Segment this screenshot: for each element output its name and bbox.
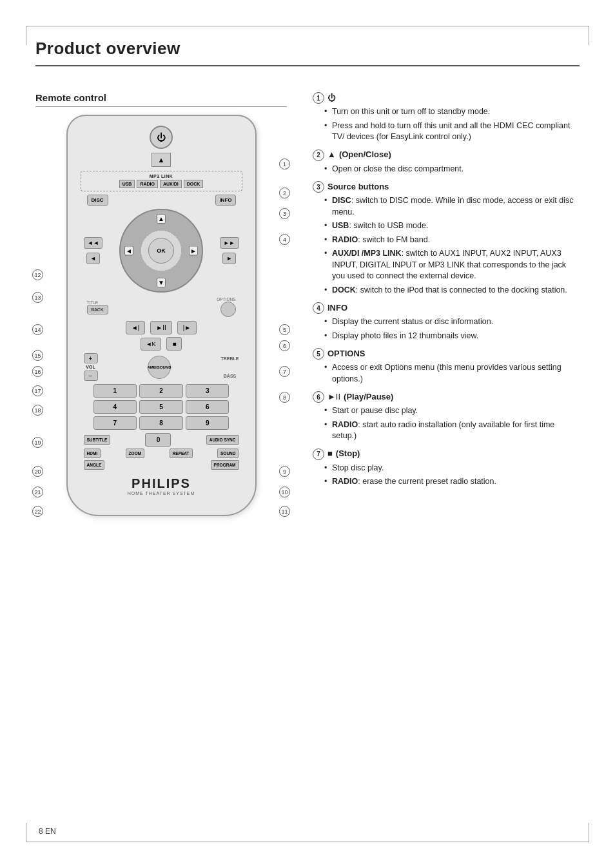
entry-4-num: 4	[313, 302, 324, 314]
entry-6-header: 6 ►II (Play/Pause)	[313, 391, 580, 403]
back-button[interactable]: BACK	[87, 305, 108, 314]
nav-right-button[interactable]: ►	[189, 246, 198, 256]
entry-4-title: INFO	[327, 303, 347, 313]
entry-1-bullet-2: Press and hold to turn off this unit and…	[324, 121, 580, 143]
border-right-top	[589, 26, 589, 45]
disc-info-row: DISC INFO	[81, 195, 242, 206]
previous-button[interactable]: ◄|	[126, 321, 146, 334]
num7-button[interactable]: 7	[93, 416, 137, 430]
nav-down-button[interactable]: ▼	[157, 278, 166, 287]
num5-button[interactable]: 5	[139, 400, 183, 414]
entry-7-header: 7 ■ (Stop)	[313, 448, 580, 460]
bass-label: BASS	[224, 374, 236, 378]
num9-button[interactable]: 9	[186, 416, 229, 430]
auxdi-button[interactable]: AUX/DI	[160, 180, 182, 188]
vol-label: VOL	[86, 365, 95, 369]
repeat-button[interactable]: REPEAT	[170, 448, 193, 458]
callout-6: 6	[279, 340, 290, 351]
callout-14: 14	[32, 324, 43, 335]
callout-9: 9	[279, 466, 290, 477]
callout-3: 3	[279, 208, 290, 219]
ambisound-button[interactable]: AMBISOUND	[148, 356, 171, 379]
brand-name: PHILIPS	[81, 476, 242, 491]
disc-button[interactable]: DISC	[87, 195, 108, 206]
numpad: 1 2 3 4 5 6 7 8 9	[93, 384, 229, 430]
entry-7-num: 7	[313, 448, 324, 460]
angle-row: ANGLE PROGRAM	[84, 460, 239, 470]
num6-button[interactable]: 6	[186, 400, 229, 414]
entry-3-bullet-4: AUX/DI /MP3 LINK: switch to AUX1 INPUT, …	[324, 248, 580, 282]
rewind-button[interactable]: ◄◄	[84, 237, 103, 249]
callout-19: 19	[32, 437, 43, 448]
right-column: 1 ⏻ Turn on this unit or turn off to sta…	[306, 92, 580, 516]
entry-6: 6 ►II (Play/Pause) Start or pause disc p…	[313, 391, 580, 442]
page-footer: 8 EN	[39, 827, 56, 836]
nav-up-button[interactable]: ▲	[157, 214, 166, 224]
options-button[interactable]	[220, 302, 236, 317]
playback-row: ◄| ►II |►	[81, 321, 242, 334]
navigation-ring: ▲ ▼ ◄ ► OK	[119, 209, 203, 293]
options-label: OPTIONS	[217, 297, 235, 302]
num8-button[interactable]: 8	[139, 416, 183, 430]
callout-10: 10	[279, 487, 290, 497]
treble-label: TREBLE	[221, 356, 239, 361]
num0-button[interactable]: 0	[145, 433, 171, 447]
num2-button[interactable]: 2	[139, 384, 183, 398]
play-pause-button[interactable]: ►II	[150, 321, 171, 334]
sound-button[interactable]: SOUND	[217, 448, 239, 458]
vol-minus-button[interactable]: −	[84, 371, 98, 381]
entry-1-icon: ⏻	[327, 93, 336, 102]
entry-1-header: 1 ⏻	[313, 92, 580, 104]
entry-4-list: Display the current status or disc infor…	[313, 316, 580, 342]
radio-button[interactable]: RADIO	[137, 180, 158, 188]
right-button[interactable]: ►	[222, 253, 236, 264]
zoom-button[interactable]: ZOOM	[126, 448, 145, 458]
callout-7: 7	[279, 366, 290, 377]
angle-button[interactable]: ANGLE	[84, 460, 105, 470]
entry-3-list: DISC: switch to DISC mode. While in disc…	[313, 195, 580, 296]
stop-button[interactable]: ■	[166, 337, 182, 351]
treble-bass-block: TREBLE BASS	[221, 356, 239, 378]
callout-16: 16	[32, 366, 43, 377]
callout-13: 13	[32, 292, 43, 303]
entry-3-bullet-5: DOCK: switch to the iPod that is connect…	[324, 285, 580, 296]
callout-20: 20	[32, 466, 43, 477]
fast-forward-button[interactable]: ►►	[220, 237, 239, 249]
entry-4: 4 INFO Display the current status or dis…	[313, 302, 580, 342]
entry-5: 5 OPTIONS Access or exit Options menu (t…	[313, 348, 580, 385]
entry-6-num: 6	[313, 391, 324, 403]
subtitle-button[interactable]: SUBTITLE	[84, 435, 111, 445]
ok-button[interactable]: OK	[148, 238, 174, 264]
program-button[interactable]: PROGRAM	[211, 460, 239, 470]
num3-button[interactable]: 3	[186, 384, 229, 398]
vol-plus-button[interactable]: +	[84, 353, 98, 363]
power-button[interactable]: ⏻	[150, 126, 173, 149]
callout-1: 1	[279, 159, 290, 169]
nav-left-button[interactable]: ◄	[124, 246, 133, 256]
entry-2: 2 ▲ (Open/Close) Open or close the disc …	[313, 149, 580, 175]
num4-button[interactable]: 4	[93, 400, 137, 414]
callout-5: 5	[279, 324, 290, 335]
next-button[interactable]: |►	[177, 321, 197, 334]
subtitle-row: SUBTITLE 0 AUDIO SYNC	[84, 433, 239, 447]
left-button[interactable]: ◄	[86, 253, 100, 264]
left-column: Remote control 1 2 3 4 5 6 7 8 9 10 11 1…	[35, 92, 287, 516]
callout-15: 15	[32, 350, 43, 361]
callout-4: 4	[279, 234, 290, 245]
brand-subtitle: HOME THEATER SYSTEM	[81, 491, 242, 496]
remote-control: ⏻ ▲ MP3 LINK USB RADIO AUX/DI DOCK	[66, 115, 257, 516]
entry-2-bullet-1: Open or close the disc compartment.	[324, 164, 580, 175]
slow-button[interactable]: ◄K	[141, 338, 162, 351]
dock-button[interactable]: DOCK	[184, 180, 204, 188]
info-button[interactable]: INFO	[215, 195, 235, 206]
callout-12: 12	[32, 269, 43, 280]
num1-button[interactable]: 1	[93, 384, 137, 398]
usb-button[interactable]: USB	[119, 180, 135, 188]
audio-sync-button[interactable]: AUDIO SYNC	[206, 435, 239, 445]
hdmi-button[interactable]: HDMI	[84, 448, 101, 458]
mp3-link-label: MP3 LINK	[85, 174, 238, 178]
eject-button[interactable]: ▲	[151, 153, 171, 167]
entry-7-list: Stop disc play. RADIO: erase the current…	[313, 463, 580, 488]
entry-3: 3 Source buttons DISC: switch to DISC mo…	[313, 181, 580, 296]
entry-1: 1 ⏻ Turn on this unit or turn off to sta…	[313, 92, 580, 143]
